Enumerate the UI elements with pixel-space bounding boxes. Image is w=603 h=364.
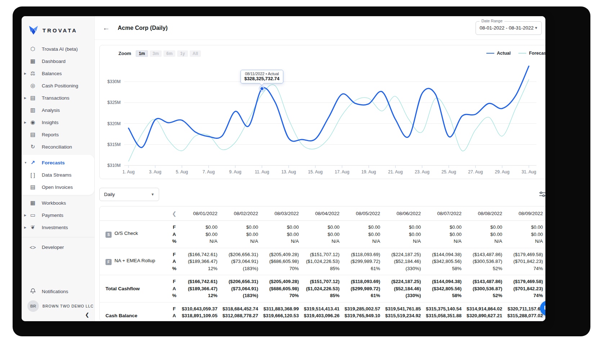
cell-total-cashflow-08-04-2022: ($151,707.12)($1,024,226.53)85% xyxy=(304,278,345,299)
sidebar-item-dashboard[interactable]: ▦Dashboard xyxy=(22,55,94,67)
caret-right-icon[interactable]: ▶ xyxy=(24,121,26,124)
column-header-08-08-2022: 08/08/2022 xyxy=(467,211,507,216)
cell-value: ($701,842.23) xyxy=(507,258,543,265)
cell-value: N/A xyxy=(304,238,339,245)
column-header-08-07-2022: 08/07/2022 xyxy=(426,211,467,216)
filter-sliders-icon[interactable] xyxy=(539,191,545,198)
chevron-left-icon[interactable]: ❮ xyxy=(172,210,177,217)
period-select[interactable]: Daily ▼ xyxy=(99,188,159,201)
cell-value: ($300,536.87) xyxy=(467,258,502,265)
cell-o-s-check-08-07-2022: $0.00$0.00N/A xyxy=(426,224,467,245)
cell-value: ($73,064.91) xyxy=(222,258,258,265)
sidebar-item-cash-positioning[interactable]: ◎Cash Positioning xyxy=(22,79,94,92)
back-button[interactable]: ← xyxy=(103,24,110,32)
sidebar-item-forecasts[interactable]: ▼↗Forecasts xyxy=(22,156,94,169)
cell-value: $319,541,761.85 xyxy=(385,305,421,313)
cell-value: $0.00 xyxy=(182,231,217,238)
sidebar-item-reports[interactable]: ▤Reports xyxy=(22,128,94,141)
cell-na-emea-rollup-08-03-2022: ($205,409.28)($686,605.98)70% xyxy=(263,251,304,272)
sidebar-item-payments[interactable]: ▶▭Payments xyxy=(22,209,94,221)
cell-value: ($166,742.61) xyxy=(182,278,217,285)
caret-right-icon[interactable]: ▶ xyxy=(24,226,26,229)
table-row-o-s-check: SO/S CheckFA%$0.00$0.00N/A$0.00$0.00N/A$… xyxy=(100,221,545,248)
sidebar-item-insights[interactable]: ▶◉Insights xyxy=(22,116,94,128)
sidebar-collapse-icon[interactable]: ❮ xyxy=(85,312,89,318)
cell-value: $314,914,864.02 xyxy=(467,305,502,313)
row-badge-f: F xyxy=(105,259,112,265)
sidebar-item-notifications[interactable]: Notifications xyxy=(22,285,94,297)
sub-label-a: A xyxy=(167,285,182,292)
column-header-08-05-2022: 08/05/2022 xyxy=(345,211,385,216)
sidebar-item-balances[interactable]: ▶⚖Balances xyxy=(22,67,94,79)
chevron-down-icon: ▼ xyxy=(534,26,538,30)
brand-name: TROVATA xyxy=(42,27,77,33)
sidebar-item-label: Payments xyxy=(42,213,63,218)
table-row-cash-balance: Cash BalanceFA%$310,643,059.37$318,891,1… xyxy=(100,302,545,322)
cell-cash-balance-08-06-2022: $319,541,761.85$315,519,234.921% xyxy=(385,305,426,322)
svg-text:$315M: $315M xyxy=(107,142,121,147)
legend-item-forecasted[interactable]: Forecasted xyxy=(518,51,545,56)
row-label-text: NA + EMEA Rollup xyxy=(114,258,155,263)
legend-label: Actual xyxy=(497,51,510,56)
cell-value: $0.00 xyxy=(426,231,462,238)
cell-value: 58% xyxy=(426,265,462,272)
insights-icon: ◉ xyxy=(29,119,37,126)
row-label-text: O/S Check xyxy=(114,231,138,236)
caret-down-icon[interactable]: ▼ xyxy=(24,161,27,164)
zoom-option-3m[interactable]: 3m xyxy=(150,50,162,57)
cell-value: (183%) xyxy=(222,292,258,299)
zoom-option-6m[interactable]: 6m xyxy=(163,50,175,57)
cell-value: 85% xyxy=(304,265,339,272)
open-invoices-icon: ▤ xyxy=(29,184,37,190)
cell-value: $0.00 xyxy=(304,224,339,231)
sidebar-item-workbooks[interactable]: ▦Workbooks xyxy=(22,197,94,209)
cell-value: ($73,064.91) xyxy=(222,285,258,292)
sidebar-item-developer[interactable]: <>Developer xyxy=(22,241,94,253)
cell-value: $319,514,413.41 xyxy=(304,305,339,313)
reconciliation-icon: ↻ xyxy=(29,144,37,150)
cell-value: $319,666,120.53 xyxy=(263,312,299,319)
svg-text:7. Aug: 7. Aug xyxy=(202,169,215,174)
caret-right-icon[interactable]: ▶ xyxy=(24,72,26,75)
sidebar-item-reconciliation[interactable]: ↻Reconciliation xyxy=(22,141,94,153)
cell-value: $0.00 xyxy=(222,231,258,238)
cell-value: ($300,536.87) xyxy=(467,285,502,292)
date-range-value: 08-01-2022 - 08-31-2022 xyxy=(480,25,534,31)
cell-cash-balance-08-02-2022: $318,684,452.74$312,088,778.272% xyxy=(222,305,263,322)
zoom-option-1m[interactable]: 1m xyxy=(136,50,148,57)
line-chart[interactable]: $330M$325M$320M$315M$310M1. Aug3. Aug5. … xyxy=(100,45,545,179)
zoom-option-1y[interactable]: 1y xyxy=(177,50,188,57)
cell-value: ($143,487.86) xyxy=(467,251,502,258)
investments-icon: ❦ xyxy=(29,224,37,231)
account-row[interactable]: BR BROWN TWO DEMO LLC xyxy=(22,297,94,321)
cell-value: $0.00 xyxy=(263,231,299,238)
cell-value: 0% xyxy=(426,319,462,322)
cell-o-s-check-08-08-2022: $0.00$0.00N/A xyxy=(467,224,507,245)
sidebar-item-data-streams[interactable]: [ ]Data Streams xyxy=(22,169,94,181)
column-header-08-06-2022: 08/06/2022 xyxy=(385,211,426,216)
sidebar-item-open-invoices[interactable]: ▤Open Invoices xyxy=(22,181,94,193)
cell-o-s-check-08-09-2022: $0.00$0.00N/A xyxy=(507,224,545,245)
cell-na-emea-rollup-08-04-2022: ($151,707.12)($1,024,226.53)85% xyxy=(304,251,345,272)
sidebar-item-analysis[interactable]: ▥Analysis xyxy=(22,104,94,116)
cash-positioning-icon: ◎ xyxy=(29,82,37,89)
date-range-label: Date Range xyxy=(480,19,504,23)
chart-legend: ActualForecasted xyxy=(486,51,545,56)
date-range-picker[interactable]: Date Range 08-01-2022 - 08-31-2022 ▼ xyxy=(476,21,542,35)
chat-bubble-icon xyxy=(544,305,545,312)
cell-na-emea-rollup-08-01-2022: ($166,742.61)($189,366.47)12% xyxy=(182,251,222,272)
cell-value: $0.00 xyxy=(467,224,502,231)
sidebar-item-investments[interactable]: ▶❦Investments xyxy=(22,221,94,233)
zoom-option-all[interactable]: All xyxy=(190,50,201,57)
cell-value: 0% xyxy=(304,319,339,322)
sidebar-item-trovata-ai-beta[interactable]: ⬡Trovata AI (beta) xyxy=(22,43,94,55)
cell-value: ($144,094.38) xyxy=(426,278,462,285)
forecasts-icon: ↗ xyxy=(29,159,37,166)
caret-right-icon[interactable]: ▶ xyxy=(24,96,26,100)
cell-total-cashflow-08-05-2022: ($118,093.69)($299,989.72)61% xyxy=(345,278,385,299)
prev-dates-button[interactable]: ❮ xyxy=(167,210,182,217)
caret-right-icon[interactable]: ▶ xyxy=(24,214,26,217)
legend-item-actual[interactable]: Actual xyxy=(486,51,510,56)
sidebar-item-transactions[interactable]: ▶▤Transactions xyxy=(22,92,94,104)
cell-value: 12% xyxy=(182,292,217,299)
